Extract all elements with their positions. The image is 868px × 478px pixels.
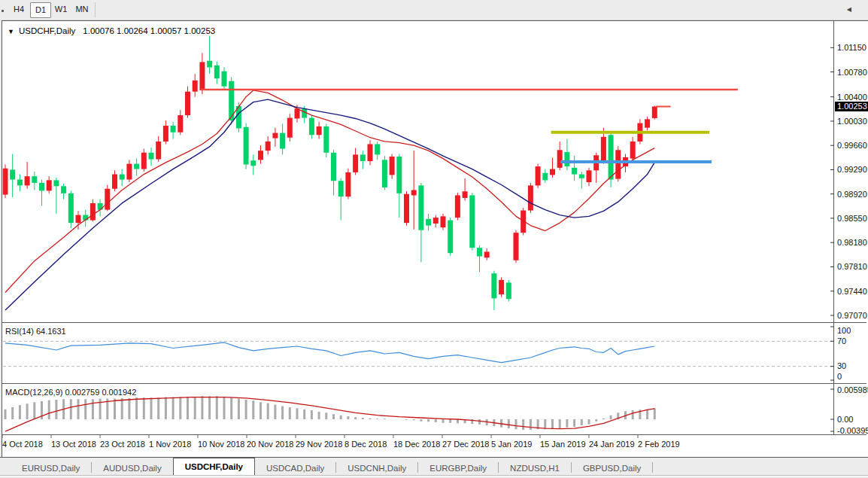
price-axis-label[interactable]: 1.00400 [837,93,867,102]
price-axis-label[interactable]: 1.00030 [837,117,867,126]
candle-body [579,175,584,178]
trading-terminal-window: H4D1W1MN ▼USDCHF,Daily1.00076 1.00264 1.… [0,0,868,478]
candle-body [375,144,380,154]
date-axis-label: 27 Dec 2018 [442,440,489,449]
rsi-line [5,343,654,363]
price-axis-label[interactable]: 0.98180 [837,238,867,247]
candle-body [455,195,460,218]
candle-body [499,280,504,294]
candle-body [390,157,395,175]
candle-body [615,150,621,178]
chart-ohlc-values: 1.00076 1.00264 1.00057 1.00253 [83,26,215,35]
tab-gbpusd-daily[interactable]: GBPUSD,Daily [572,461,652,476]
macd-signal-line [5,397,654,431]
candle-body [652,107,657,118]
candle-body [272,133,278,139]
candle-body [601,137,606,161]
candle-body [564,152,569,166]
price-axis-label[interactable]: 0.98550 [837,214,867,223]
candle-body [156,142,161,160]
tab-nzdusd-h1[interactable]: NZDUSD,H1 [499,461,571,476]
symbol-dropdown-icon[interactable]: ▼ [8,28,14,35]
candle-body [47,180,52,190]
candle-body [345,172,351,196]
candle-body [141,153,147,169]
candle-body [287,118,293,138]
candle-body [39,183,44,190]
candle-body [149,153,154,160]
tab-separator [652,462,653,473]
candle-body [178,115,183,132]
tab-scroll-left-icon[interactable]: ◀ [847,6,851,13]
candle-body [514,233,519,260]
candle-body [134,164,139,169]
price-axis-label[interactable]: 1.00780 [837,68,867,77]
date-axis-label: 4 Oct 2018 [2,440,43,449]
price-axis-label[interactable]: 0.99660 [837,141,867,150]
candle-body [266,142,271,151]
tab-usdcad-daily[interactable]: USDCAD,Daily [255,461,335,476]
candle-body [90,203,96,221]
candle-body [76,215,81,223]
candle-body [163,126,168,142]
candle-body [469,195,475,248]
date-axis-label: 15 Jan 2019 [540,440,586,449]
candle-body [309,118,314,135]
candle-body [193,81,198,92]
rsi-axis-label: 70 [837,336,846,346]
price-axis-label[interactable]: 1.01150 [837,43,866,52]
tab-eurgbp-daily[interactable]: EURGBP,Daily [418,461,498,476]
candle-body [411,190,417,195]
macd-axis-label: -0.003954 [837,426,868,435]
date-axis-label: 10 Nov 2018 [198,440,244,449]
tab-eurusd-daily[interactable]: EURUSD,Daily [11,461,91,476]
chart-title-row: ▼USDCHF,Daily1.00076 1.00264 1.00057 1.0… [8,26,215,35]
candle-body [53,180,59,186]
price-axis-label[interactable]: 0.97810 [837,262,867,271]
tab-usdcnh-daily[interactable]: USDCNH,Daily [336,461,417,476]
candle-body [477,248,482,256]
price-axis-label[interactable]: 0.97070 [837,311,867,320]
candle-body [105,189,110,210]
date-axis-label: 23 Oct 2018 [100,440,145,449]
price-axis-label[interactable]: 0.99290 [837,165,867,174]
chart-tab-bar: EURUSD,DailyAUDUSD,DailyUSDCHF,DailyUSDC… [0,457,868,476]
candle-body [250,160,256,166]
candle-body [244,127,249,165]
candle-body [418,185,423,230]
candle-body [382,160,387,187]
price-axis-label[interactable]: 0.98920 [837,190,867,199]
candle-body [484,251,490,257]
price-axis-label[interactable]: 0.97440 [837,287,867,296]
candle-body [463,191,468,198]
candle-body [572,168,577,175]
candle-body [207,61,212,68]
candle-body [360,154,366,161]
date-axis-label: 8 Dec 2018 [344,440,387,449]
chart-canvas[interactable] [0,0,868,478]
candle-body [536,166,541,185]
date-axis-label: 20 Nov 2018 [247,440,293,449]
candle-body [426,219,431,226]
chart-symbol-title: USDCHF,Daily [19,26,75,35]
candle-body [550,169,555,175]
date-axis-label: 13 Oct 2018 [51,440,96,449]
candle-body [353,154,358,172]
candle-body [433,218,439,224]
macd-axis-label: 0.005985 [837,385,868,394]
candle-body [557,150,563,168]
date-axis-label: 2 Feb 2019 [638,440,680,449]
candle-body [528,185,533,210]
rsi-axis-label: 0 [837,372,842,381]
candle-body [323,126,329,153]
candle-body [32,176,37,183]
tab-usdchf-daily[interactable]: USDCHF,Daily [173,458,255,476]
date-axis-label: 5 Jan 2019 [491,440,532,449]
tab-audusd-daily[interactable]: AUDUSD,Daily [92,461,172,476]
candle-body [396,157,402,193]
status-strip [0,475,868,478]
current-price-tag: 1.00253 [835,102,868,111]
candle-body [331,153,336,181]
candle-body [3,169,8,195]
candle-body [199,62,205,90]
